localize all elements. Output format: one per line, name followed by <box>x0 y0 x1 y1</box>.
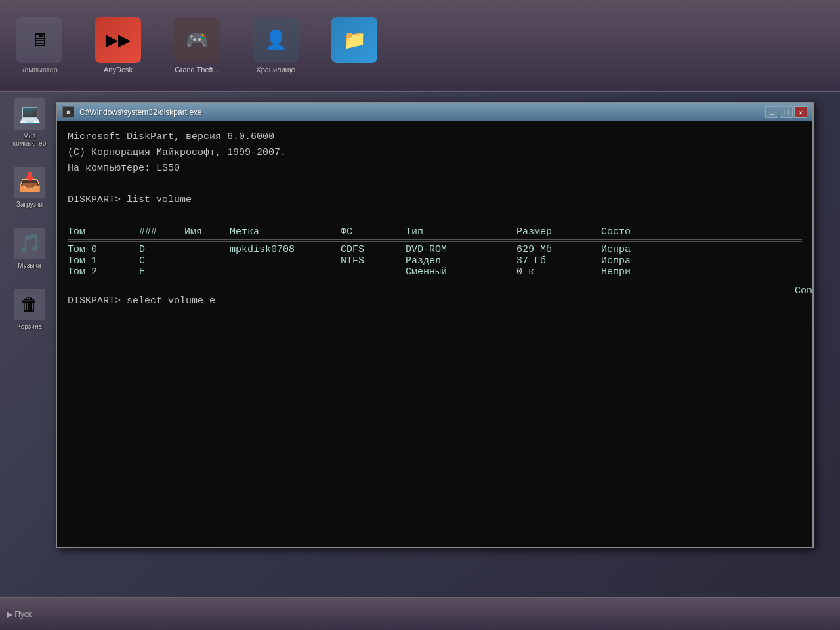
table-row: Том 1 C NTFS Раздел 37 Гб Испра <box>68 255 802 266</box>
cmd-window-icon: ■ <box>62 106 74 118</box>
desktop-icon-music[interactable]: 🎵 Музыка <box>7 228 52 269</box>
cmd-line-blank-2 <box>68 208 802 224</box>
cell-size-1: 37 Гб <box>516 255 595 266</box>
taskbar-anydesk[interactable]: ▶▶ AnyDesk <box>92 17 144 74</box>
col-size: Размер <box>516 226 595 238</box>
table-row: Том 2 E Сменный 0 к Непри <box>68 266 802 278</box>
taskbar-icon-partial[interactable]: 🖥 компьютер <box>13 17 66 74</box>
cell-status-0: Испра <box>601 244 654 255</box>
col-fs: ФС <box>341 226 400 238</box>
table-header: Том ### Имя Метка ФС Тип Размер Состо <box>68 226 802 240</box>
cmd-select-volume: DISKPART> select volume e <box>68 293 802 309</box>
cmd-titlebar: ■ C:\Windows\system32\diskpart.exe _ □ ✕ <box>57 103 812 121</box>
cell-fs-1: NTFS <box>341 255 400 266</box>
col-status: Состо <box>601 226 654 238</box>
desktop-icon-downloads[interactable]: 📥 Загрузки <box>7 167 52 208</box>
cell-size-2: 0 к <box>516 266 595 278</box>
col-num: ### <box>139 226 178 238</box>
taskbar-bottom: ▶ Пуск <box>0 597 840 630</box>
col-name: Имя <box>184 226 224 238</box>
cell-num-0: D <box>139 244 178 255</box>
cmd-window-controls: _ □ ✕ <box>765 106 807 118</box>
cell-size-0: 629 Мб <box>516 244 595 255</box>
col-type: Тип <box>406 226 511 238</box>
taskbar-folder[interactable]: 📁 <box>328 17 381 74</box>
cell-tom-1: Том 1 <box>68 255 133 266</box>
cell-type-1: Раздел <box>406 255 511 266</box>
cmd-title: C:\Windows\system32\diskpart.exe <box>79 108 760 117</box>
cell-status-2: Непри <box>601 266 654 278</box>
taskbar-top: 🖥 компьютер ▶▶ AnyDesk 🎮 Grand Theft... … <box>0 0 840 92</box>
desktop-icons: 💻 Мойкомпьютер 📥 Загрузки 🎵 Музыка 🗑 Кор… <box>7 98 52 330</box>
cmd-volume-table: Том ### Имя Метка ФС Тип Размер Состо То… <box>68 226 802 278</box>
desktop: 🖥 компьютер ▶▶ AnyDesk 🎮 Grand Theft... … <box>0 0 840 630</box>
cell-num-1: C <box>139 255 178 266</box>
desktop-icon-recycle[interactable]: 🗑 Корзина <box>7 289 52 330</box>
table-row: Том 0 D mpkdisk0708 CDFS DVD-ROM 629 Мб … <box>68 244 802 255</box>
desktop-icon-computer[interactable]: 💻 Мойкомпьютер <box>7 98 52 147</box>
cmd-list-volume: DISKPART> list volume <box>68 192 802 208</box>
cell-metka-0: mpkdisk0708 <box>230 244 335 255</box>
cell-fs-0: CDFS <box>341 244 400 255</box>
cell-type-2: Сменный <box>406 266 511 278</box>
taskbar-gta[interactable]: 🎮 Grand Theft... <box>171 17 223 74</box>
cmd-body[interactable]: Microsoft DiskPart, версия 6.0.6000 (C) … <box>57 121 812 547</box>
cell-type-0: DVD-ROM <box>406 244 511 255</box>
col-tom: Том <box>68 226 133 238</box>
cell-status-1: Испра <box>601 255 654 266</box>
close-button[interactable]: ✕ <box>794 106 807 118</box>
cell-num-2: E <box>139 266 178 278</box>
start-button[interactable]: ▶ Пуск <box>7 610 32 619</box>
partial-con-text: Con <box>795 285 812 297</box>
minimize-button[interactable]: _ <box>765 106 778 118</box>
cmd-line-3: На компьютере: LS50 <box>68 161 802 177</box>
cmd-line-2: (C) Корпорация Майкрософт, 1999-2007. <box>68 145 802 161</box>
col-metka: Метка <box>230 226 335 238</box>
maximize-button[interactable]: □ <box>780 106 793 118</box>
cmd-line-1: Microsoft DiskPart, версия 6.0.6000 <box>68 129 802 145</box>
taskbar-storage[interactable]: 👤 Хранилище <box>249 17 302 74</box>
cmd-line-blank-1 <box>68 177 802 192</box>
cell-tom-0: Том 0 <box>68 244 133 255</box>
cmd-window: ■ C:\Windows\system32\diskpart.exe _ □ ✕… <box>56 102 814 548</box>
cell-tom-2: Том 2 <box>68 266 133 278</box>
cmd-line-blank-3 <box>68 278 802 293</box>
